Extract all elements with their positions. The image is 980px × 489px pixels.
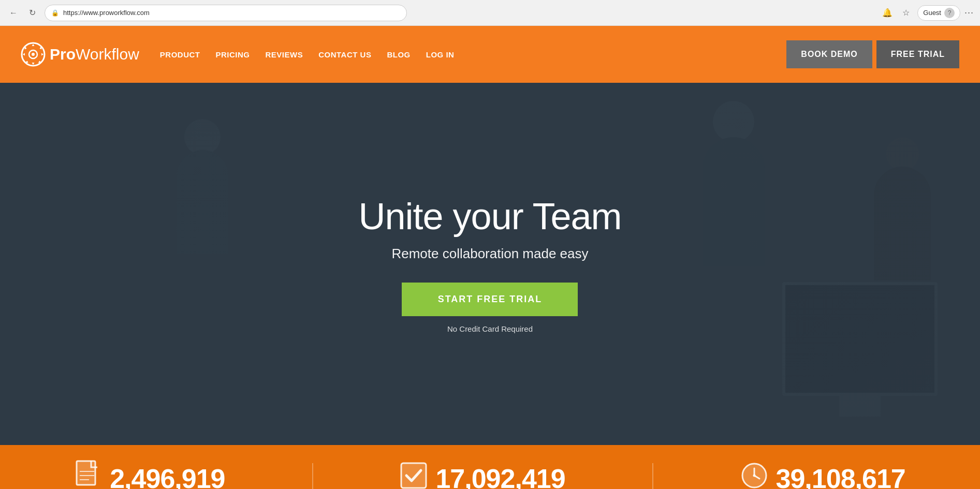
nav-contact-us[interactable]: CONTACT US: [318, 50, 371, 59]
hero-content: Unite your Team Remote collaboration mad…: [359, 195, 622, 333]
free-trial-button[interactable]: FREE TRIAL: [876, 40, 959, 68]
logo[interactable]: ProWorkflow: [21, 42, 139, 67]
browser-right-controls: 🔔 ☆ Guest ? ···: [880, 5, 974, 21]
stat-item-2: 17,092,419: [400, 462, 565, 489]
url-text: https://www.proworkflow.com: [63, 9, 150, 17]
extensions-icon[interactable]: 🔔: [880, 6, 895, 20]
nav-reviews[interactable]: REVIEWS: [266, 50, 303, 59]
stat-divider-2: [652, 463, 653, 489]
logo-text: ProWorkflow: [50, 46, 139, 63]
nav-product[interactable]: PRODUCT: [160, 50, 200, 59]
start-free-trial-button[interactable]: START FREE TRIAL: [402, 283, 578, 316]
stats-bar: 2,496,919 17,092,419: [0, 445, 980, 489]
address-bar[interactable]: 🔒 https://www.proworkflow.com: [45, 5, 407, 21]
logo-normal-text: Workflow: [76, 46, 139, 63]
stat-item-1: 2,496,919: [75, 460, 225, 489]
stat-number-1: 2,496,919: [110, 463, 225, 489]
browser-chrome: ← ↻ 🔒 https://www.proworkflow.com 🔔 ☆ Gu…: [0, 0, 980, 26]
stat-number-2: 17,092,419: [435, 463, 565, 489]
more-options-button[interactable]: ···: [964, 7, 974, 18]
reload-button[interactable]: ↻: [25, 6, 39, 20]
logo-gear-icon: [21, 42, 46, 67]
back-button[interactable]: ←: [6, 6, 21, 20]
nav-login[interactable]: LOG IN: [426, 50, 455, 59]
logo-bold-text: Pro: [50, 46, 76, 63]
stat-item-3: 39,108,617: [741, 462, 905, 489]
svg-point-11: [753, 475, 755, 477]
nav-buttons: BOOK DEMO FREE TRIAL: [786, 40, 959, 68]
website: ProWorkflow PRODUCT PRICING REVIEWS CONT…: [0, 26, 980, 489]
stat-number-3: 39,108,617: [776, 463, 905, 489]
nav-links: PRODUCT PRICING REVIEWS CONTACT US BLOG …: [160, 50, 787, 59]
nav-pricing[interactable]: PRICING: [216, 50, 250, 59]
navbar: ProWorkflow PRODUCT PRICING REVIEWS CONT…: [0, 26, 980, 83]
svg-rect-3: [77, 461, 95, 485]
stat-clock-icon: [741, 462, 768, 489]
hero-title: Unite your Team: [359, 195, 622, 238]
guest-label: Guest: [923, 9, 941, 17]
stat-divider-1: [312, 463, 313, 489]
profile-circle-icon: ?: [944, 8, 955, 18]
guest-profile-button[interactable]: Guest ?: [917, 5, 960, 21]
hero-section: Unite your Team Remote collaboration mad…: [0, 83, 980, 445]
svg-rect-7: [401, 463, 426, 488]
bookmark-icon[interactable]: ☆: [899, 6, 913, 20]
browser-nav-buttons: ← ↻: [6, 6, 39, 20]
stat-checkbox-icon: [400, 462, 427, 489]
lock-icon: 🔒: [51, 9, 59, 17]
hero-subtitle: Remote collaboration made easy: [359, 246, 622, 262]
no-credit-card-text: No Credit Card Required: [359, 324, 622, 333]
book-demo-button[interactable]: BOOK DEMO: [786, 40, 872, 68]
svg-point-2: [32, 53, 35, 56]
stat-document-icon: [75, 460, 101, 489]
nav-blog[interactable]: BLOG: [387, 50, 410, 59]
